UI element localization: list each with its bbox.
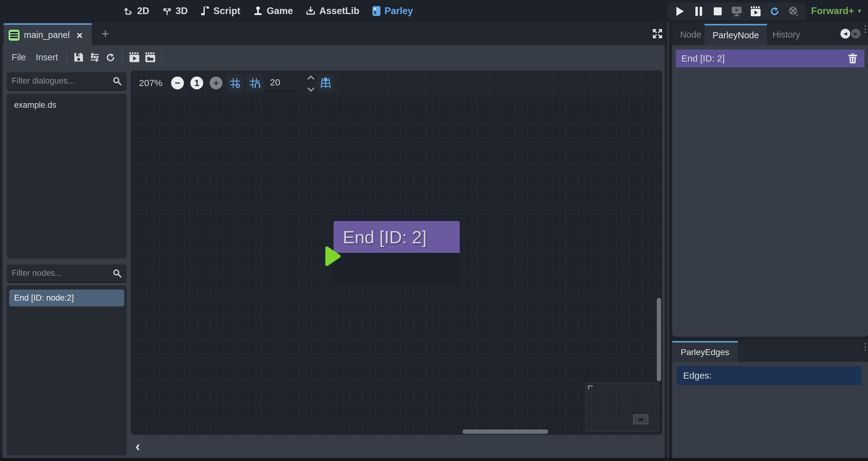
snap-distance-input[interactable]: 20	[270, 77, 280, 88]
stop-button[interactable]	[711, 5, 724, 18]
play-button[interactable]	[673, 5, 686, 18]
graph-node-end[interactable]: End [ID: 2]	[334, 221, 460, 284]
canvas-vertical-scrollbar[interactable]	[657, 298, 661, 381]
graph-canvas[interactable]: 207% − 1 + 20	[131, 70, 662, 435]
movie-maker-button[interactable]	[787, 5, 800, 18]
tab-main-panel-label: main_panel	[24, 30, 70, 40]
snap-spinner[interactable]	[307, 75, 315, 92]
tab-parleynode[interactable]: ParleyNode	[705, 24, 767, 45]
search-icon	[113, 269, 122, 278]
test-dialogue-button[interactable]	[126, 49, 142, 65]
film-reel-icon	[788, 6, 799, 17]
menu-2d-label: 2D	[137, 5, 149, 17]
menu-2d[interactable]: 2D	[124, 5, 149, 17]
pause-button[interactable]	[692, 5, 706, 18]
collapse-sidebar-button[interactable]: ‹	[131, 438, 145, 454]
close-tab-icon[interactable]: ×	[76, 30, 83, 40]
menu-assetlib[interactable]: AssetLib	[306, 5, 359, 17]
zoom-level-label: 207%	[139, 78, 162, 88]
snap-input-underline	[266, 91, 298, 92]
menu-parley[interactable]: Parley	[372, 5, 413, 17]
tab-main-panel[interactable]: main_panel ×	[4, 23, 92, 45]
tab-history[interactable]: History	[765, 24, 808, 45]
stop-icon	[713, 7, 722, 16]
search-icon	[113, 76, 122, 86]
menu-parley-label: Parley	[384, 5, 413, 17]
godot-editor-window: 2D 3D Script Game AssetLib Parley	[0, 0, 868, 461]
edges-menu-button[interactable]: ⋮	[861, 344, 867, 350]
graph-minimap[interactable]	[586, 383, 659, 432]
clapper-folder-icon	[145, 52, 156, 62]
tab-node[interactable]: Node	[672, 24, 709, 45]
canvas-horizontal-scrollbar[interactable]	[462, 429, 548, 434]
parleynode-panel: End [ID: 2]	[672, 45, 868, 337]
run-controls-bar	[668, 2, 806, 20]
dock-menu-button[interactable]: ⋮	[861, 26, 867, 32]
filter-dialogues-placeholder: Filter dialogues...	[12, 76, 113, 86]
3d-axes-icon	[162, 6, 172, 16]
test-dialogue-from-button[interactable]	[142, 49, 158, 65]
toggle-minimap-button[interactable]	[317, 74, 335, 92]
2d-axes-icon	[124, 6, 133, 16]
dock-splitter[interactable]	[667, 22, 669, 458]
menu-game-label: Game	[267, 5, 293, 17]
dialogue-item-example[interactable]: example.ds	[7, 94, 127, 114]
dialogue-toolbar: File Insert	[2, 45, 665, 69]
graph-node-header[interactable]: End [ID: 2]	[334, 221, 460, 253]
editor-top-bar: 2D 3D Script Game AssetLib Parley	[0, 0, 868, 22]
tab-parleyedges[interactable]: ParleyEdges	[672, 341, 738, 362]
minimap-camera-rect[interactable]	[633, 414, 648, 424]
expand-icon	[652, 28, 663, 39]
inspector-node-row[interactable]: End [ID: 2]	[676, 50, 864, 67]
edges-label: Edges:	[683, 370, 712, 381]
save-floppy-icon	[73, 52, 84, 62]
save-button[interactable]	[71, 49, 87, 65]
renderer-selector[interactable]: Forward+ ▾	[811, 0, 861, 22]
parley-plugin-icon	[372, 6, 381, 16]
filter-nodes-input[interactable]: Filter nodes...	[7, 265, 127, 283]
grid-dot-icon	[229, 78, 241, 89]
trash-icon	[848, 53, 858, 64]
inspector-dock: Node ParleyNode History ◀ ▶ ⋮ End [ID: 2…	[672, 22, 868, 458]
new-tab-button[interactable]: +	[98, 26, 113, 41]
node-list-item-end[interactable]: End [ID: node:2]	[9, 289, 124, 306]
movie-clapper-icon	[750, 6, 761, 17]
grid-magnet-icon	[249, 78, 260, 89]
inspector-node-label: End [ID: 2]	[681, 53, 846, 64]
graph-node-title: End [ID: 2]	[343, 227, 427, 247]
menu-script[interactable]: Script	[200, 5, 240, 17]
zoom-in-button[interactable]: +	[210, 76, 222, 89]
play-scene-button[interactable]	[730, 5, 743, 18]
undo-arrow-icon	[105, 52, 116, 62]
toolbar-separator	[162, 50, 162, 64]
filter-dialogues-input[interactable]: Filter dialogues...	[7, 72, 127, 91]
toggle-snap-button[interactable]	[246, 74, 264, 92]
zoom-out-button[interactable]: −	[171, 76, 184, 89]
tabs-next-button[interactable]: ▶	[851, 29, 861, 38]
menu-3d-label: 3D	[176, 5, 188, 17]
menu-script-label: Script	[213, 5, 240, 17]
play-icon	[675, 6, 684, 17]
tabs-prev-button[interactable]: ◀	[840, 29, 850, 38]
insert-menu[interactable]: Insert	[31, 52, 63, 62]
expand-panel-button[interactable]	[651, 27, 664, 40]
pause-icon	[695, 6, 703, 16]
list-icon	[8, 30, 20, 41]
reload-icon	[770, 6, 780, 17]
toolbar-separator	[66, 50, 67, 64]
minimap-corner-marker	[588, 386, 593, 390]
input-port[interactable]	[325, 246, 341, 268]
arrange-nodes-button[interactable]	[87, 49, 102, 65]
play-movie-button[interactable]	[749, 5, 763, 18]
reset-view-button[interactable]	[102, 49, 119, 65]
file-menu[interactable]: File	[7, 52, 31, 62]
zoom-reset-button[interactable]: 1	[190, 76, 203, 89]
parley-workspace: main_panel × + File Insert	[2, 22, 665, 458]
delete-node-button[interactable]	[846, 52, 859, 65]
graph-node-body[interactable]	[334, 253, 460, 284]
hot-reload-button[interactable]	[768, 5, 781, 18]
menu-3d[interactable]: 3D	[162, 5, 188, 17]
edges-header-bar: Edges:	[677, 366, 862, 385]
toggle-grid-button[interactable]	[226, 74, 244, 92]
menu-game[interactable]: Game	[253, 5, 293, 17]
